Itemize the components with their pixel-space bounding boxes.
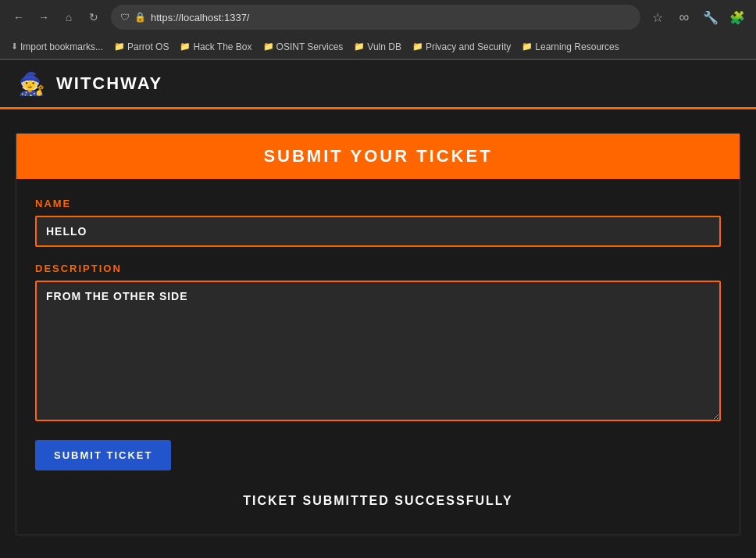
bookmarks-bar: ⬇ Import bookmarks... 📁 Parrot OS 📁 Hack… — [0, 34, 756, 59]
app-title: WITCHWAY — [56, 73, 162, 94]
import-icon: ⬇ — [11, 41, 18, 52]
reload-button[interactable]: ↻ — [83, 6, 105, 28]
app-logo: 🧙 — [16, 68, 47, 99]
description-textarea[interactable] — [35, 281, 721, 421]
lock-icon: 🔒 — [134, 12, 146, 23]
bookmark-osint[interactable]: 📁 OSINT Services — [259, 39, 348, 55]
form-title: SUBMIT YOUR TICKET — [29, 146, 727, 166]
folder-icon-osint: 📁 — [263, 41, 274, 52]
browser-actions: ☆ ∞ 🔧 🧩 — [647, 6, 748, 28]
shield-icon: 🛡 — [120, 12, 130, 23]
browser-chrome: ← → ⌂ ↻ 🛡 🔒 https://localhost:1337/ ☆ ∞ … — [0, 0, 756, 60]
url-text: https://localhost:1337/ — [151, 12, 631, 23]
form-card: SUBMIT YOUR TICKET NAME DESCRIPTION SUBM… — [16, 133, 740, 535]
bookmark-parrot-label: Parrot OS — [127, 41, 169, 52]
forward-button[interactable]: → — [33, 6, 55, 28]
folder-icon-vulndb: 📁 — [354, 41, 365, 52]
extensions-button[interactable]: 🧩 — [726, 6, 748, 28]
main-content: SUBMIT YOUR TICKET NAME DESCRIPTION SUBM… — [0, 109, 756, 558]
bookmark-privacy[interactable]: 📁 Privacy and Security — [408, 39, 515, 55]
bookmark-import[interactable]: ⬇ Import bookmarks... — [6, 39, 108, 55]
form-header: SUBMIT YOUR TICKET — [16, 134, 740, 179]
address-bar[interactable]: 🛡 🔒 https://localhost:1337/ — [111, 5, 640, 30]
bookmark-vulndb[interactable]: 📁 Vuln DB — [349, 39, 406, 55]
name-input[interactable] — [35, 216, 721, 247]
bookmark-import-label: Import bookmarks... — [20, 41, 103, 52]
folder-icon-privacy: 📁 — [412, 41, 423, 52]
bookmark-privacy-label: Privacy and Security — [426, 41, 511, 52]
description-label: DESCRIPTION — [35, 263, 721, 274]
wrench-button[interactable]: 🔧 — [700, 6, 722, 28]
submit-button[interactable]: SUBMIT TICKET — [35, 440, 171, 470]
star-button[interactable]: ☆ — [647, 6, 669, 28]
home-button[interactable]: ⌂ — [58, 6, 80, 28]
folder-icon-learning: 📁 — [522, 41, 533, 52]
browser-toolbar: ← → ⌂ ↻ 🛡 🔒 https://localhost:1337/ ☆ ∞ … — [0, 0, 756, 34]
name-label: NAME — [35, 198, 721, 209]
bookmark-htb[interactable]: 📁 Hack The Box — [175, 39, 256, 55]
bookmark-osint-label: OSINT Services — [276, 41, 344, 52]
bookmark-htb-label: Hack The Box — [193, 41, 251, 52]
success-message: TICKET SUBMITTED SUCCESSFULLY — [35, 486, 721, 516]
bookmark-learning[interactable]: 📁 Learning Resources — [517, 39, 623, 55]
form-body: NAME DESCRIPTION SUBMIT TICKET TICKET SU… — [16, 179, 740, 535]
bookmark-parrot[interactable]: 📁 Parrot OS — [109, 39, 173, 55]
back-button[interactable]: ← — [8, 6, 30, 28]
name-field: NAME — [35, 198, 721, 247]
description-field: DESCRIPTION — [35, 263, 721, 424]
app-header: 🧙 WITCHWAY — [0, 60, 756, 109]
folder-icon-htb: 📁 — [180, 41, 191, 52]
folder-icon-parrot: 📁 — [114, 41, 125, 52]
mask-button[interactable]: ∞ — [673, 6, 695, 28]
witch-icon: 🧙 — [18, 71, 45, 97]
bookmark-learning-label: Learning Resources — [535, 41, 619, 52]
browser-nav-buttons: ← → ⌂ ↻ — [8, 6, 105, 28]
bookmark-vulndb-label: Vuln DB — [367, 41, 401, 52]
